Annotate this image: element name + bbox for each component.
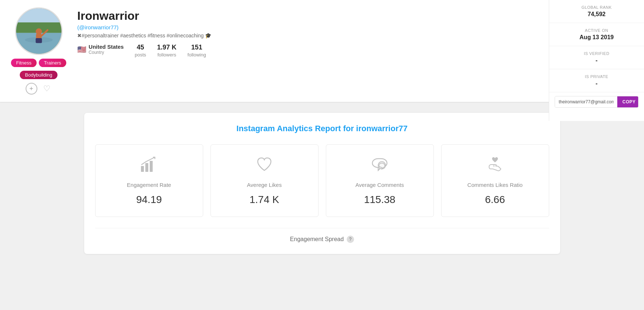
avg-comments-value: 115.38 — [334, 194, 426, 206]
engagement-spread-label: Engagement Spread — [290, 236, 344, 243]
active-on-item: ACTIVE ON Aug 13 2019 — [549, 23, 644, 46]
metric-card-ratio: Comments Likes Ratio 6.66 — [441, 144, 549, 217]
tags-row-2: Bodybuilding — [20, 71, 57, 79]
tag-fitness[interactable]: Fitness — [11, 59, 37, 67]
is-verified-label: IS VERIFIED — [556, 51, 637, 56]
avatar — [15, 7, 63, 55]
global-rank-item: GLOBAL RANK 74,592 — [549, 0, 644, 23]
profile-left: Fitness Trainers Bodybuilding + ♡ — [11, 7, 66, 95]
help-icon[interactable]: ? — [347, 236, 354, 243]
following-value: 151 — [187, 44, 206, 51]
ratio-value: 6.66 — [449, 194, 541, 206]
avg-likes-label: Averege Likes — [218, 182, 311, 188]
right-panel: GLOBAL RANK 74,592 ACTIVE ON Aug 13 2019… — [549, 0, 644, 121]
stat-posts: 45 posts — [135, 44, 146, 58]
followers-value: 1.97 K — [157, 44, 176, 51]
engagement-rate-label: Engagement Rate — [103, 182, 196, 188]
following-label: following — [187, 52, 206, 58]
analytics-title-prefix: Instagram Analytics Report for — [237, 124, 356, 133]
is-verified-item: IS VERIFIED - — [549, 46, 644, 69]
metric-card-engagement: Engagement Rate 94.19 — [95, 144, 203, 217]
analytics-title: Instagram Analytics Report for ironwarri… — [95, 124, 549, 133]
global-rank-label: GLOBAL RANK — [556, 5, 637, 10]
avg-comments-label: Average Comments — [334, 182, 426, 188]
flag-icon: 🇺🇸 — [77, 45, 86, 54]
posts-value: 45 — [135, 44, 146, 51]
engagement-rate-value: 94.19 — [103, 194, 196, 206]
active-on-value: Aug 13 2019 — [556, 34, 637, 41]
ratio-label: Comments Likes Ratio — [449, 182, 541, 188]
email-field[interactable] — [555, 96, 617, 107]
favorite-button[interactable]: ♡ — [42, 84, 52, 94]
is-verified-value: - — [556, 57, 637, 64]
is-private-value: - — [556, 80, 637, 87]
analytics-username: ironwarrior77 — [356, 124, 408, 133]
metric-card-likes: Averege Likes 1.74 K — [211, 144, 319, 217]
stat-followers: 1.97 K followers — [157, 44, 176, 58]
ratio-icon — [449, 156, 541, 176]
analytics-section: Instagram Analytics Report for ironwarri… — [84, 113, 560, 254]
engagement-icon — [103, 156, 196, 176]
tag-trainers[interactable]: Trainers — [39, 59, 66, 67]
action-row: + ♡ — [26, 83, 52, 95]
svg-rect-10 — [145, 163, 148, 172]
stat-following: 151 following — [187, 44, 206, 58]
is-private-label: IS PRIVATE — [556, 74, 637, 79]
tags-row: Fitness Trainers — [11, 59, 66, 67]
likes-icon — [218, 156, 311, 176]
profile-section: Fitness Trainers Bodybuilding + ♡ Ironwa… — [0, 0, 644, 102]
svg-point-6 — [36, 28, 42, 34]
country-name: United States — [89, 44, 124, 50]
svg-rect-8 — [36, 38, 42, 43]
add-button[interactable]: + — [26, 83, 37, 95]
followers-label: followers — [157, 52, 176, 58]
metrics-grid: Engagement Rate 94.19 Averege Likes 1.74… — [95, 144, 549, 217]
global-rank-value: 74,592 — [556, 11, 637, 18]
metric-card-comments: Average Comments 115.38 — [326, 144, 434, 217]
active-on-label: ACTIVE ON — [556, 28, 637, 33]
is-private-item: IS PRIVATE - — [549, 69, 644, 92]
svg-rect-11 — [150, 161, 153, 172]
copy-button[interactable]: COPY — [617, 96, 639, 107]
comments-icon — [334, 156, 426, 176]
svg-rect-9 — [141, 166, 144, 172]
tag-bodybuilding[interactable]: Bodybuilding — [20, 71, 57, 79]
avg-likes-value: 1.74 K — [218, 194, 311, 206]
email-copy-row: COPY — [555, 96, 639, 108]
country-display: 🇺🇸 United States Country — [77, 44, 124, 55]
engagement-spread: Engagement Spread ? — [95, 228, 549, 243]
posts-label: posts — [135, 52, 146, 58]
